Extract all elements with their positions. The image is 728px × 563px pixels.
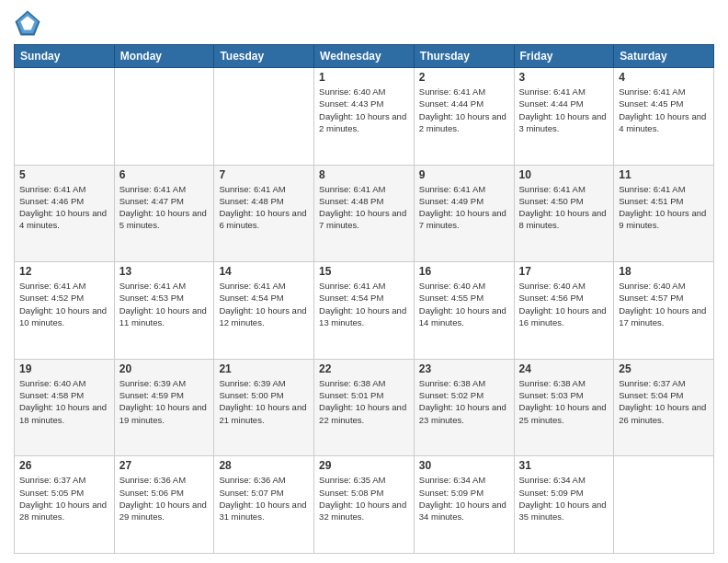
day-info: Sunrise: 6:40 AM Sunset: 4:43 PM Dayligh… [319, 86, 409, 134]
day-number: 26 [19, 459, 109, 472]
day-info: Sunrise: 6:36 AM Sunset: 5:06 PM Dayligh… [119, 474, 210, 523]
day-number: 7 [219, 168, 309, 181]
calendar-cell: 16Sunrise: 6:40 AM Sunset: 4:55 PM Dayli… [414, 262, 514, 360]
calendar-cell: 12Sunrise: 6:41 AM Sunset: 4:52 PM Dayli… [15, 262, 115, 360]
day-number: 30 [419, 459, 509, 472]
calendar-cell: 11Sunrise: 6:41 AM Sunset: 4:51 PM Dayli… [614, 165, 714, 262]
page: SundayMondayTuesdayWednesdayThursdayFrid… [0, 0, 728, 563]
day-number: 12 [19, 265, 109, 278]
calendar-cell: 27Sunrise: 6:36 AM Sunset: 5:06 PM Dayli… [114, 456, 214, 554]
day-number: 22 [319, 362, 409, 375]
calendar-cell: 2Sunrise: 6:41 AM Sunset: 4:44 PM Daylig… [414, 68, 514, 166]
day-number: 5 [19, 168, 109, 181]
calendar-cell: 13Sunrise: 6:41 AM Sunset: 4:53 PM Dayli… [114, 262, 214, 360]
day-number: 23 [419, 362, 509, 375]
calendar-cell: 17Sunrise: 6:40 AM Sunset: 4:56 PM Dayli… [514, 262, 614, 360]
day-number: 2 [419, 71, 509, 84]
day-number: 29 [319, 459, 409, 472]
calendar-cell: 14Sunrise: 6:41 AM Sunset: 4:54 PM Dayli… [214, 262, 314, 360]
calendar-cell [114, 68, 214, 166]
day-info: Sunrise: 6:37 AM Sunset: 5:05 PM Dayligh… [19, 474, 109, 523]
logo [14, 9, 45, 37]
calendar-cell: 25Sunrise: 6:37 AM Sunset: 5:04 PM Dayli… [614, 359, 714, 456]
day-number: 1 [319, 71, 409, 84]
weekday-header-monday: Monday [114, 45, 214, 68]
day-number: 8 [319, 168, 409, 181]
day-info: Sunrise: 6:39 AM Sunset: 5:00 PM Dayligh… [219, 377, 309, 426]
weekday-header-sunday: Sunday [15, 45, 115, 68]
weekday-header-friday: Friday [514, 45, 614, 68]
day-number: 13 [119, 265, 210, 278]
calendar-cell: 31Sunrise: 6:34 AM Sunset: 5:09 PM Dayli… [514, 456, 614, 554]
calendar-body: 1Sunrise: 6:40 AM Sunset: 4:43 PM Daylig… [15, 68, 714, 554]
day-info: Sunrise: 6:35 AM Sunset: 5:08 PM Dayligh… [319, 474, 409, 523]
day-info: Sunrise: 6:37 AM Sunset: 5:04 PM Dayligh… [619, 377, 709, 426]
calendar-cell: 30Sunrise: 6:34 AM Sunset: 5:09 PM Dayli… [414, 456, 514, 554]
weekday-header-tuesday: Tuesday [214, 45, 314, 68]
week-row-2: 12Sunrise: 6:41 AM Sunset: 4:52 PM Dayli… [15, 262, 714, 360]
week-row-4: 26Sunrise: 6:37 AM Sunset: 5:05 PM Dayli… [15, 456, 714, 554]
calendar-cell: 3Sunrise: 6:41 AM Sunset: 4:44 PM Daylig… [514, 68, 614, 166]
calendar-table: SundayMondayTuesdayWednesdayThursdayFrid… [14, 44, 714, 554]
calendar-cell: 9Sunrise: 6:41 AM Sunset: 4:49 PM Daylig… [414, 165, 514, 262]
day-info: Sunrise: 6:40 AM Sunset: 4:55 PM Dayligh… [419, 280, 509, 328]
calendar-cell: 8Sunrise: 6:41 AM Sunset: 4:48 PM Daylig… [314, 165, 415, 262]
day-number: 11 [619, 168, 709, 181]
day-number: 24 [519, 362, 609, 375]
day-info: Sunrise: 6:41 AM Sunset: 4:51 PM Dayligh… [619, 183, 709, 232]
day-number: 20 [119, 362, 210, 375]
calendar-cell: 6Sunrise: 6:41 AM Sunset: 4:47 PM Daylig… [114, 165, 214, 262]
day-info: Sunrise: 6:41 AM Sunset: 4:50 PM Dayligh… [519, 183, 609, 232]
day-number: 4 [619, 71, 709, 84]
day-info: Sunrise: 6:40 AM Sunset: 4:58 PM Dayligh… [19, 377, 109, 426]
calendar-cell: 26Sunrise: 6:37 AM Sunset: 5:05 PM Dayli… [15, 456, 115, 554]
week-row-3: 19Sunrise: 6:40 AM Sunset: 4:58 PM Dayli… [15, 359, 714, 456]
day-info: Sunrise: 6:34 AM Sunset: 5:09 PM Dayligh… [419, 474, 509, 523]
day-number: 6 [119, 168, 210, 181]
calendar-cell: 29Sunrise: 6:35 AM Sunset: 5:08 PM Dayli… [314, 456, 415, 554]
calendar-cell: 5Sunrise: 6:41 AM Sunset: 4:46 PM Daylig… [15, 165, 115, 262]
calendar-cell: 28Sunrise: 6:36 AM Sunset: 5:07 PM Dayli… [214, 456, 314, 554]
day-info: Sunrise: 6:41 AM Sunset: 4:45 PM Dayligh… [619, 86, 709, 134]
day-number: 16 [419, 265, 509, 278]
day-info: Sunrise: 6:38 AM Sunset: 5:03 PM Dayligh… [519, 377, 609, 426]
calendar-cell [614, 456, 714, 554]
calendar-cell: 23Sunrise: 6:38 AM Sunset: 5:02 PM Dayli… [414, 359, 514, 456]
calendar-cell [214, 68, 314, 166]
logo-icon [14, 9, 41, 37]
calendar-header: SundayMondayTuesdayWednesdayThursdayFrid… [15, 45, 714, 68]
weekday-header-saturday: Saturday [614, 45, 714, 68]
day-number: 14 [219, 265, 309, 278]
week-row-1: 5Sunrise: 6:41 AM Sunset: 4:46 PM Daylig… [15, 165, 714, 262]
day-info: Sunrise: 6:40 AM Sunset: 4:57 PM Dayligh… [619, 280, 709, 328]
day-number: 10 [519, 168, 609, 181]
weekday-header-thursday: Thursday [414, 45, 514, 68]
day-info: Sunrise: 6:41 AM Sunset: 4:48 PM Dayligh… [319, 183, 409, 232]
day-number: 15 [319, 265, 409, 278]
calendar-cell: 15Sunrise: 6:41 AM Sunset: 4:54 PM Dayli… [314, 262, 415, 360]
day-info: Sunrise: 6:38 AM Sunset: 5:02 PM Dayligh… [419, 377, 509, 426]
day-number: 9 [419, 168, 509, 181]
day-info: Sunrise: 6:41 AM Sunset: 4:47 PM Dayligh… [119, 183, 210, 232]
calendar-cell: 7Sunrise: 6:41 AM Sunset: 4:48 PM Daylig… [214, 165, 314, 262]
day-info: Sunrise: 6:40 AM Sunset: 4:56 PM Dayligh… [519, 280, 609, 328]
day-number: 31 [519, 459, 609, 472]
day-number: 18 [619, 265, 709, 278]
weekday-header-wednesday: Wednesday [314, 45, 415, 68]
calendar-cell [15, 68, 115, 166]
day-info: Sunrise: 6:41 AM Sunset: 4:44 PM Dayligh… [519, 86, 609, 134]
calendar-cell: 20Sunrise: 6:39 AM Sunset: 4:59 PM Dayli… [114, 359, 214, 456]
weekday-row: SundayMondayTuesdayWednesdayThursdayFrid… [15, 45, 714, 68]
day-info: Sunrise: 6:41 AM Sunset: 4:53 PM Dayligh… [119, 280, 210, 328]
day-info: Sunrise: 6:41 AM Sunset: 4:54 PM Dayligh… [319, 280, 409, 328]
day-number: 3 [519, 71, 609, 84]
day-number: 17 [519, 265, 609, 278]
header [14, 9, 714, 37]
day-info: Sunrise: 6:36 AM Sunset: 5:07 PM Dayligh… [219, 474, 309, 523]
calendar-cell: 4Sunrise: 6:41 AM Sunset: 4:45 PM Daylig… [614, 68, 714, 166]
day-info: Sunrise: 6:41 AM Sunset: 4:54 PM Dayligh… [219, 280, 309, 328]
day-info: Sunrise: 6:41 AM Sunset: 4:46 PM Dayligh… [19, 183, 109, 232]
calendar-cell: 19Sunrise: 6:40 AM Sunset: 4:58 PM Dayli… [15, 359, 115, 456]
day-info: Sunrise: 6:41 AM Sunset: 4:49 PM Dayligh… [419, 183, 509, 232]
day-number: 19 [19, 362, 109, 375]
